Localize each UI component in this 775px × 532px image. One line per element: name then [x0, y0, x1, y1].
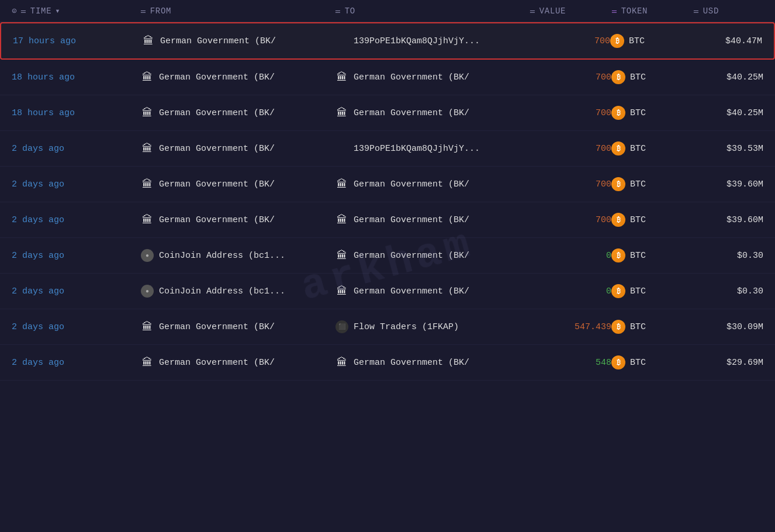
entity-cell: 139PoPE1bKQam8QJjhVjY...	[335, 34, 528, 48]
entity-cell: 🏛 German Government (BK/	[335, 355, 530, 369]
header-to[interactable]: ⚌ TO	[335, 6, 530, 16]
gov-icon: 🏛	[335, 213, 349, 227]
table-row[interactable]: 2 days ago ● CoinJoin Address (bc1... 🏛 …	[0, 238, 775, 274]
table-row[interactable]: 2 days ago 🏛 German Government (BK/ 🏛 Ge…	[0, 202, 775, 238]
entity-cell: 🏛 German Government (BK/	[335, 106, 530, 120]
filter-icon: ⚌	[140, 7, 147, 15]
entity-cell: 🏛 German Government (BK/	[140, 106, 335, 120]
gov-icon: 🏛	[140, 70, 154, 84]
entity-cell: 🏛 German Government (BK/	[141, 34, 335, 48]
time-cell: 2 days ago	[12, 144, 140, 154]
entity-cell: 🏛 German Government (BK/	[335, 70, 530, 84]
btc-icon: ₿	[611, 177, 625, 191]
entity-name: German Government (BK/	[354, 286, 469, 296]
coinjoin-icon: ●	[140, 248, 154, 262]
usd-cell: $0.30	[693, 286, 763, 296]
usd-cell: $39.60M	[693, 179, 763, 189]
address-icon	[335, 34, 349, 48]
table-row[interactable]: 2 days ago 🏛 German Government (BK/ 🏛 Ge…	[0, 345, 775, 381]
entity-name: German Government (BK/	[354, 108, 469, 118]
time-cell: 2 days ago	[12, 215, 140, 225]
token-name: BTC	[630, 286, 646, 296]
btc-icon: ₿	[611, 106, 625, 120]
table-row[interactable]: 18 hours ago 🏛 German Government (BK/ 🏛 …	[0, 60, 775, 95]
gov-icon: 🏛	[335, 355, 349, 369]
entity-cell: 🏛 German Government (BK/	[140, 213, 335, 227]
token-name: BTC	[630, 144, 646, 154]
value-cell: 548	[530, 358, 611, 368]
usd-cell: $40.25M	[693, 108, 763, 118]
btc-icon: ₿	[611, 355, 625, 369]
entity-cell: 🏛 German Government (BK/	[140, 355, 335, 369]
time-cell: 18 hours ago	[12, 108, 140, 118]
gov-icon: 🏛	[140, 213, 154, 227]
header-token[interactable]: ⚌ TOKEN	[611, 6, 693, 16]
entity-name: German Government (BK/	[159, 179, 275, 189]
usd-cell: $30.09M	[693, 322, 763, 332]
gov-icon: 🏛	[140, 141, 154, 156]
entity-name: CoinJoin Address (bc1...	[159, 286, 285, 296]
btc-icon: ₿	[611, 141, 625, 156]
value-cell: 700	[530, 179, 611, 189]
entity-cell: 🏛 German Government (BK/	[335, 284, 530, 298]
sort-arrow-icon: ▾	[55, 6, 60, 16]
time-cell: 17 hours ago	[13, 36, 141, 46]
table-header: ⊙ ⚌ TIME ▾ ⚌ FROM ⚌ TO ⚌ VALUE ⚌ TOKEN ⚌…	[0, 0, 775, 22]
entity-name: German Government (BK/	[159, 358, 275, 368]
table-row[interactable]: 2 days ago 🏛 German Government (BK/ 139P…	[0, 131, 775, 167]
table-row[interactable]: 2 days ago ● CoinJoin Address (bc1... 🏛 …	[0, 274, 775, 309]
clock-icon: ⊙	[12, 6, 17, 16]
token-cell: ₿ BTC	[611, 284, 693, 298]
filter-icon: ⚌	[530, 7, 536, 15]
header-time[interactable]: ⊙ ⚌ TIME ▾	[12, 6, 140, 16]
entity-cell: ● CoinJoin Address (bc1...	[140, 248, 335, 262]
header-from[interactable]: ⚌ FROM	[140, 6, 335, 16]
gov-icon: 🏛	[335, 284, 349, 298]
gov-icon: 🏛	[140, 320, 154, 334]
value-cell: 700	[530, 144, 611, 154]
table-row[interactable]: 17 hours ago 🏛 German Government (BK/ 13…	[0, 22, 775, 60]
entity-cell: 🏛 German Government (BK/	[140, 70, 335, 84]
table-row[interactable]: 2 days ago 🏛 German Government (BK/ ⬛ Fl…	[0, 309, 775, 345]
gov-icon: 🏛	[335, 106, 349, 120]
gov-icon: 🏛	[335, 70, 349, 84]
entity-name: 139PoPE1bKQam8QJjhVjY...	[354, 144, 480, 154]
transaction-table: ⊙ ⚌ TIME ▾ ⚌ FROM ⚌ TO ⚌ VALUE ⚌ TOKEN ⚌…	[0, 0, 775, 381]
token-cell: ₿ BTC	[611, 106, 693, 120]
token-name: BTC	[630, 322, 646, 332]
time-cell: 2 days ago	[12, 251, 140, 261]
table-row[interactable]: 18 hours ago 🏛 German Government (BK/ 🏛 …	[0, 95, 775, 131]
header-usd[interactable]: ⚌ USD	[693, 6, 763, 16]
token-cell: ₿ BTC	[611, 177, 693, 191]
btc-icon: ₿	[611, 320, 625, 334]
time-cell: 18 hours ago	[12, 72, 140, 82]
time-cell: 2 days ago	[12, 358, 140, 368]
time-cell: 2 days ago	[12, 286, 140, 296]
token-cell: ₿ BTC	[611, 141, 693, 156]
entity-cell: ● CoinJoin Address (bc1...	[140, 284, 335, 298]
filter-icon-purple: ⚌	[611, 7, 618, 15]
token-cell: ₿ BTC	[611, 320, 693, 334]
token-cell: ₿ BTC	[611, 213, 693, 227]
value-cell: 700	[530, 108, 611, 118]
entity-cell: 🏛 German Government (BK/	[140, 320, 335, 334]
entity-name: German Government (BK/	[354, 215, 469, 225]
filter-icon: ⚌	[20, 7, 27, 15]
gov-icon: 🏛	[335, 177, 349, 191]
entity-name: German Government (BK/	[159, 108, 275, 118]
filter-icon: ⚌	[335, 7, 341, 15]
header-value[interactable]: ⚌ VALUE	[530, 6, 611, 16]
entity-cell: 139PoPE1bKQam8QJjhVjY...	[335, 141, 530, 156]
entity-name: German Government (BK/	[354, 179, 469, 189]
entity-name: German Government (BK/	[354, 358, 469, 368]
entity-name: CoinJoin Address (bc1...	[159, 251, 285, 261]
token-name: BTC	[630, 179, 646, 189]
token-name: BTC	[630, 72, 646, 82]
entity-name: German Government (BK/	[354, 251, 469, 261]
table-row[interactable]: 2 days ago 🏛 German Government (BK/ 🏛 Ge…	[0, 167, 775, 202]
gov-icon: 🏛	[335, 248, 349, 262]
time-cell: 2 days ago	[12, 322, 140, 332]
gov-icon: 🏛	[140, 355, 154, 369]
usd-cell: $39.53M	[693, 144, 763, 154]
address-icon	[335, 141, 349, 156]
